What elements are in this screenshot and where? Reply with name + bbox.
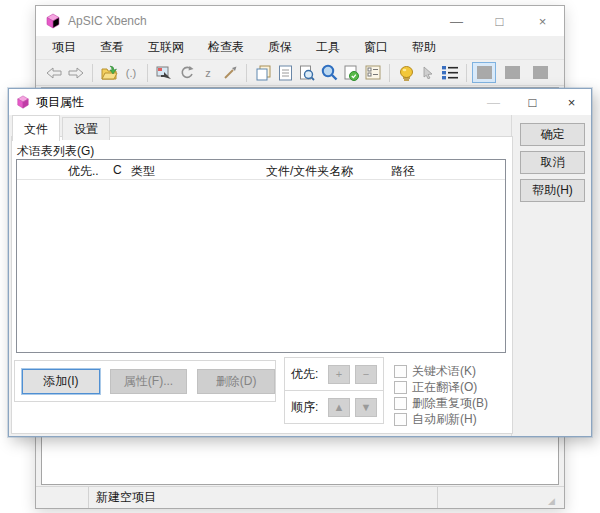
priority-decrease-button[interactable]: − xyxy=(355,365,377,384)
dialog-window-controls: — □ × xyxy=(474,89,591,115)
order-down-button[interactable]: ▼ xyxy=(355,398,377,417)
menu-item-tools[interactable]: 工具 xyxy=(304,36,352,59)
toolbar-separator xyxy=(246,64,247,82)
add-button[interactable]: 添加(I) xyxy=(22,369,100,394)
dialog-cube-icon xyxy=(16,95,30,109)
list-buttons-group: 添加(I) 属性(F)... 删除(D) xyxy=(14,360,276,402)
menu-item-qa[interactable]: 质保 xyxy=(256,36,304,59)
checkbox-label: 删除重复项(B) xyxy=(412,395,488,412)
tab-files[interactable]: 文件 xyxy=(12,115,60,141)
project-properties-dialog: 项目属性 — □ × 文件 设置 术语表列表(G) 优先.. C 类型 文件/文… xyxy=(8,88,592,437)
image-edit-icon[interactable] xyxy=(153,62,175,84)
status-bar: 新建空项目 ◢ xyxy=(36,486,564,508)
column-header-priority[interactable]: 优先.. xyxy=(65,160,110,179)
dialog-title-bar: 项目属性 — □ × xyxy=(9,89,591,115)
wand-icon[interactable] xyxy=(219,62,241,84)
menu-bar: 项目 查看 互联网 检查表 质保 工具 窗口 帮助 xyxy=(36,36,564,59)
menu-item-project[interactable]: 项目 xyxy=(40,36,88,59)
layout-pane-2-button[interactable] xyxy=(500,62,524,83)
rotate-icon[interactable] xyxy=(175,62,197,84)
toolbar-separator xyxy=(466,64,467,82)
toolbar-separator xyxy=(147,64,148,82)
cancel-button[interactable]: 取消 xyxy=(520,151,585,174)
column-header-type[interactable]: 类型 xyxy=(128,160,263,179)
layout-pane-3-button[interactable] xyxy=(528,62,552,83)
order-up-button[interactable]: ▲ xyxy=(328,398,350,417)
lamp-icon[interactable] xyxy=(395,62,417,84)
column-header-blank[interactable] xyxy=(17,160,65,179)
list-view-icon[interactable] xyxy=(439,62,461,84)
checkbox-auto-refresh[interactable]: 自动刷新(H) xyxy=(394,411,477,428)
checked-document-icon[interactable] xyxy=(340,62,362,84)
checkbox-key-terms[interactable]: 关键术语(K) xyxy=(394,363,476,380)
main-window-title: ApSIC Xbench xyxy=(68,14,147,28)
checkbox-box[interactable] xyxy=(394,397,407,410)
checkbox-label: 正在翻译(O) xyxy=(412,379,477,396)
properties-button[interactable]: 属性(F)... xyxy=(110,369,188,394)
main-window-controls: — □ × xyxy=(435,6,564,36)
toolbar: (.) z xyxy=(36,59,564,86)
maximize-button[interactable]: □ xyxy=(478,6,521,36)
column-header-c[interactable]: C xyxy=(110,160,128,179)
checkbox-box[interactable] xyxy=(394,413,407,426)
back-icon[interactable] xyxy=(43,62,65,84)
forward-icon[interactable] xyxy=(65,62,87,84)
column-header-path[interactable]: 路径 xyxy=(388,160,505,179)
dialog-maximize-button[interactable]: □ xyxy=(513,89,552,115)
checkbox-label: 自动刷新(H) xyxy=(412,411,477,428)
priority-label: 优先: xyxy=(291,366,318,383)
brackets-icon[interactable]: (.) xyxy=(120,62,142,84)
column-header-filename[interactable]: 文件/文件夹名称 xyxy=(263,160,388,179)
menu-item-checklist[interactable]: 检查表 xyxy=(196,36,256,59)
copy-icon[interactable] xyxy=(252,62,274,84)
tab-page-files: 术语表列表(G) 优先.. C 类型 文件/文件夹名称 路径 添加(I) 属性(… xyxy=(11,136,513,434)
dialog-title: 项目属性 xyxy=(36,94,84,111)
menu-item-view[interactable]: 查看 xyxy=(88,36,136,59)
open-folder-icon[interactable] xyxy=(98,62,120,84)
search-icon[interactable] xyxy=(318,62,340,84)
menu-item-help[interactable]: 帮助 xyxy=(400,36,448,59)
dialog-side-panel: 确定 取消 帮助(H) xyxy=(511,115,591,436)
help-button[interactable]: 帮助(H) xyxy=(520,179,585,202)
close-button[interactable]: × xyxy=(521,6,564,36)
toolbar-separator xyxy=(92,64,93,82)
order-group: 顺序: ▲ ▼ xyxy=(284,390,384,424)
search-document-icon[interactable] xyxy=(296,62,318,84)
status-message: 新建空项目 xyxy=(89,487,438,508)
priority-group: 优先: + − xyxy=(284,357,384,391)
status-bar-cell xyxy=(36,487,89,508)
checkbox-label: 关键术语(K) xyxy=(412,363,476,380)
tab-strip: 文件 设置 xyxy=(12,117,112,140)
dialog-body: 文件 设置 术语表列表(G) 优先.. C 类型 文件/文件夹名称 路径 添加(… xyxy=(9,115,591,436)
glossary-list[interactable]: 优先.. C 类型 文件/文件夹名称 路径 xyxy=(16,159,506,353)
dialog-close-button[interactable]: × xyxy=(552,89,591,115)
glossary-list-label: 术语表列表(G) xyxy=(17,143,94,160)
menu-item-internet[interactable]: 互联网 xyxy=(136,36,196,59)
document-icon[interactable] xyxy=(274,62,296,84)
checklist-icon[interactable] xyxy=(362,62,384,84)
minimize-button[interactable]: — xyxy=(435,6,478,36)
pointer-icon[interactable] xyxy=(417,62,439,84)
checkbox-remove-duplicates[interactable]: 删除重复项(B) xyxy=(394,395,488,412)
tab-settings[interactable]: 设置 xyxy=(62,117,110,140)
main-title-bar: ApSIC Xbench — □ × xyxy=(36,6,564,36)
dialog-minimize-button[interactable]: — xyxy=(474,89,513,115)
delete-button[interactable]: 删除(D) xyxy=(197,369,275,394)
order-label: 顺序: xyxy=(291,399,318,416)
priority-increase-button[interactable]: + xyxy=(328,365,350,384)
z-icon[interactable]: z xyxy=(197,62,219,84)
glossary-list-rows[interactable] xyxy=(17,180,505,352)
ok-button[interactable]: 确定 xyxy=(520,123,585,146)
app-logo-cube-icon xyxy=(45,13,61,29)
resize-grip[interactable]: ◢ xyxy=(548,496,564,508)
checkbox-box[interactable] xyxy=(394,365,407,378)
checkbox-ongoing-translation[interactable]: 正在翻译(O) xyxy=(394,379,477,396)
layout-pane-1-button[interactable] xyxy=(472,62,496,83)
menu-item-window[interactable]: 窗口 xyxy=(352,36,400,59)
toolbar-separator xyxy=(389,64,390,82)
glossary-list-header: 优先.. C 类型 文件/文件夹名称 路径 xyxy=(17,160,505,180)
checkbox-box[interactable] xyxy=(394,381,407,394)
